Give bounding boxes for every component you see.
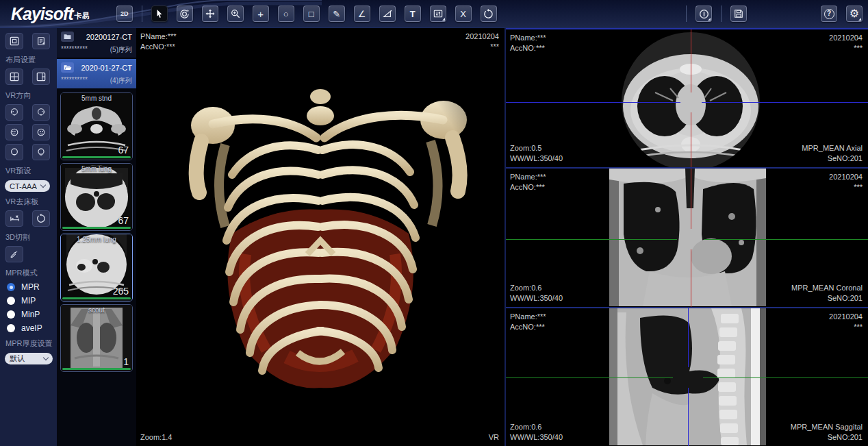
pointer-tool-button[interactable] xyxy=(151,5,168,22)
vr-head-left-button[interactable] xyxy=(5,104,23,121)
vr-preset-select[interactable]: CT-AAA xyxy=(5,180,50,192)
mpr-mode-radio-mpr[interactable]: MPR xyxy=(0,280,57,294)
delete-annotation-button[interactable]: X xyxy=(455,5,472,22)
layout-2d-button[interactable]: 2D xyxy=(116,5,133,22)
axial-crosshair-horizontal[interactable] xyxy=(702,102,868,103)
coronal-date-overlay: 20210204 *** xyxy=(829,172,863,193)
scout-thumb-image xyxy=(61,305,132,371)
folder-open-icon xyxy=(61,62,74,73)
coronal-crosshair-vertical[interactable] xyxy=(691,249,691,306)
toolbar-right-group: ? ⚙ xyxy=(677,5,868,22)
vr-preset-label: VR预设 xyxy=(0,162,57,178)
pointer-icon xyxy=(155,9,164,18)
vr-head-right-button[interactable] xyxy=(32,104,50,121)
coronal-zoom: Zoom:0.6 xyxy=(510,283,563,293)
sagittal-wwwl: WW/WL:350/40 xyxy=(510,432,563,443)
mpr-mode-radio-minp[interactable]: MinP xyxy=(0,308,57,321)
mpr-mode-label: MPR模式 xyxy=(0,264,57,280)
left-sidebar: 布局设置 VR方向 xyxy=(0,28,57,446)
main-content: 布局设置 VR方向 xyxy=(0,27,868,446)
vr-face-left-button[interactable] xyxy=(5,124,23,140)
report-button[interactable] xyxy=(32,33,50,49)
bed-remove-icon xyxy=(10,214,20,223)
axial-series-overlay: MPR_MEAN Axial SeNO:201 xyxy=(802,143,863,164)
thumbnail-5mm-stnd[interactable]: 5mm stnd 67 xyxy=(60,92,133,160)
vr-date: 20210204 xyxy=(465,32,499,42)
study-item-2-selected[interactable]: 2020-01-27-CT ********** (4)序列 xyxy=(57,59,136,88)
axial-zoom: Zoom:0.5 xyxy=(510,143,563,153)
axial-crosshair-vertical[interactable] xyxy=(691,29,691,92)
text-annotation-button[interactable]: T xyxy=(405,5,421,22)
vr-ribcage-render xyxy=(136,28,505,446)
zoom-tool-button[interactable] xyxy=(227,5,244,22)
toolbar-separator xyxy=(721,5,722,22)
radio-label: MinP xyxy=(21,310,40,319)
vr-face-right-button[interactable] xyxy=(32,124,50,140)
axial-zoom-overlay: Zoom:0.5 WW/WL:350/40 xyxy=(510,143,563,164)
coronal-crosshair-vertical[interactable] xyxy=(691,169,691,229)
thumbnail-label: 5mm lung xyxy=(61,165,132,173)
cobb-angle-button[interactable] xyxy=(379,5,396,22)
help-button[interactable]: ? xyxy=(821,5,837,22)
axial-patient-overlay: PName:*** AccNO:*** xyxy=(510,33,546,53)
mpr-mode-radio-aveip[interactable]: aveIP xyxy=(0,321,57,335)
coronal-pname: PName:*** xyxy=(510,172,546,182)
window-level-button[interactable] xyxy=(430,5,446,22)
axial-seno: SeNO:201 xyxy=(802,153,863,164)
thumbnail-scout[interactable]: scout 1 xyxy=(60,304,133,372)
pan-tool-button[interactable] xyxy=(202,5,218,22)
sagittal-crosshair-horizontal[interactable] xyxy=(506,377,673,378)
radio-label: MPR xyxy=(21,282,40,292)
sagittal-crosshair-horizontal[interactable] xyxy=(703,377,868,378)
sagittal-crosshair-vertical[interactable] xyxy=(688,388,689,446)
thumbnail-progress-bar xyxy=(62,227,131,229)
thumbnail-125mm-lung-selected[interactable]: 1.25mm lung 265 xyxy=(60,234,133,301)
radio-icon xyxy=(7,324,15,332)
reset-view-button[interactable] xyxy=(481,5,497,22)
sagittal-date: 20210204 xyxy=(829,312,863,322)
coronal-wwwl: WW/WL:350/40 xyxy=(510,293,563,303)
length-measure-button[interactable]: ✎ xyxy=(329,5,345,22)
mpr-sagittal-viewport[interactable]: PName:*** AccNO:*** 20210204 *** Zoom:0.… xyxy=(506,307,868,446)
settings-button[interactable]: ⚙ xyxy=(846,5,863,22)
single-view-layout-button[interactable] xyxy=(5,33,23,49)
angle-measure-button[interactable]: ∠ xyxy=(354,5,370,22)
toolbar-separator xyxy=(142,5,142,22)
info-button[interactable] xyxy=(695,5,712,22)
window-level-icon xyxy=(433,9,443,18)
vr-viewport[interactable]: PName:*** AccNO:*** 20210204 *** Zoom:1.… xyxy=(136,28,505,446)
locate-crosshair-button[interactable]: + xyxy=(253,5,269,22)
ellipse-roi-button[interactable]: ○ xyxy=(278,5,294,22)
rotate-3d-button[interactable] xyxy=(177,5,193,22)
coronal-crosshair-horizontal[interactable] xyxy=(704,239,868,240)
mpr-coronal-viewport[interactable]: PName:*** AccNO:*** 20210204 *** Zoom:0.… xyxy=(506,167,868,306)
restore-bed-button[interactable] xyxy=(32,210,50,227)
thumbnail-label: 1.25mm lung xyxy=(61,236,132,243)
folder-closed-icon xyxy=(61,32,74,42)
radio-label: aveIP xyxy=(21,323,42,333)
reset-icon xyxy=(483,9,494,19)
thumbnail-5mm-lung[interactable]: 5mm lung 67 xyxy=(60,163,133,231)
sagittal-crosshair-vertical[interactable] xyxy=(688,308,689,367)
vr-date-overlay: 20210204 *** xyxy=(465,32,499,52)
axial-crosshair-horizontal[interactable] xyxy=(506,102,680,103)
toolbar-separator xyxy=(686,5,687,22)
main-plus-side-layout-button[interactable] xyxy=(32,69,50,85)
save-button[interactable] xyxy=(730,5,747,22)
vr-head-back-button[interactable] xyxy=(5,144,23,160)
axial-plane: MPR_MEAN Axial xyxy=(802,143,863,153)
pan-icon xyxy=(205,9,215,18)
series-panel: 20200127-CT ********** (5)序列 2020-01-27-… xyxy=(57,28,136,446)
vr-head-front-button[interactable] xyxy=(32,144,50,160)
coronal-crosshair-horizontal[interactable] xyxy=(506,239,677,240)
mpr-thickness-select[interactable]: 默认 xyxy=(5,353,53,364)
study-item-1[interactable]: 20200127-CT ********** (5)序列 xyxy=(57,28,136,58)
axial-crosshair-vertical[interactable] xyxy=(691,112,691,167)
rect-roi-button[interactable]: □ xyxy=(303,5,320,22)
mpr-mode-radio-mip[interactable]: MIP xyxy=(0,294,57,308)
face-left-icon xyxy=(10,127,19,137)
remove-bed-button[interactable] xyxy=(5,210,23,227)
grid-2x2-layout-button[interactable] xyxy=(5,69,23,85)
scalpel-cut-button[interactable] xyxy=(5,246,23,262)
mpr-axial-viewport[interactable]: PName:*** AccNO:*** 20210204 *** Zoom:0.… xyxy=(506,28,868,167)
